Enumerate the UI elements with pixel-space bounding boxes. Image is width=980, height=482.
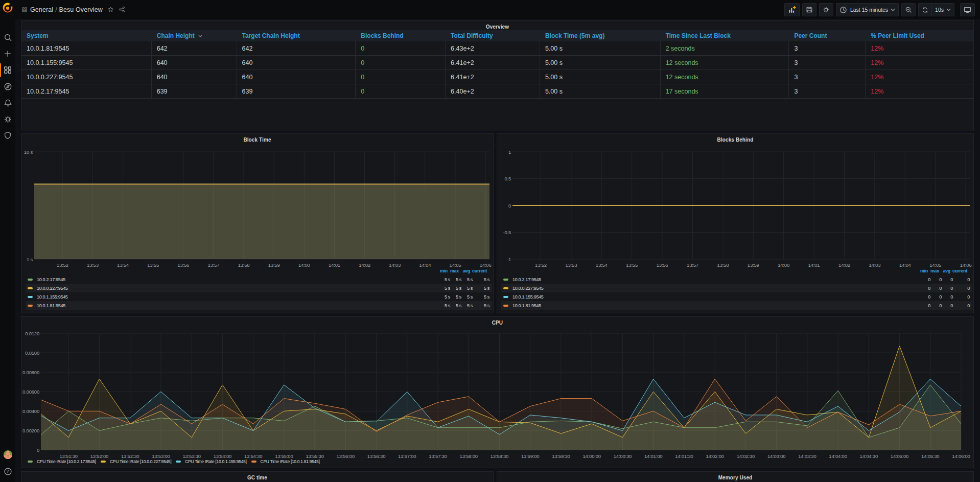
column-header[interactable]: Time Since Last Block [661, 30, 789, 41]
table-cell: 10.0.1.81:9545 [21, 41, 152, 55]
table-cell: 5.00 s [540, 84, 661, 98]
series-color-icon[interactable] [503, 305, 508, 307]
sidebar-item-create[interactable] [0, 46, 15, 61]
series-name[interactable]: 10.0.0.227:9545 [512, 286, 912, 291]
svg-text:13:53:30: 13:53:30 [182, 453, 200, 459]
series-color-icon[interactable] [503, 279, 508, 281]
series-color-icon[interactable] [28, 279, 33, 281]
table-cell: 3 [789, 84, 866, 98]
series-name[interactable]: 10.0.1.81:9545 [512, 303, 912, 308]
legend-item[interactable]: CPU Time IRate [10.0.2.17:9545] [28, 459, 96, 464]
legend-stat-header[interactable]: max [448, 268, 459, 273]
svg-text:14:03:00: 14:03:00 [767, 453, 785, 459]
legend-stat-header[interactable]: current [470, 268, 487, 273]
gear-icon [4, 115, 12, 124]
table-cell: 5.00 s [540, 56, 661, 70]
cycle-view-mode-button[interactable] [960, 3, 975, 16]
svg-text:0.5: 0.5 [504, 176, 511, 181]
sidebar-item-explore[interactable] [0, 79, 15, 94]
refresh-interval-button[interactable]: 10s [932, 3, 954, 16]
svg-text:14:05:30: 14:05:30 [921, 453, 939, 459]
column-header[interactable]: Target Chain Height [237, 30, 356, 41]
series-color-icon[interactable] [28, 305, 33, 307]
table-cell: 640 [237, 70, 356, 84]
sidebar-item-search[interactable] [0, 30, 15, 45]
svg-text:13:52:00: 13:52:00 [90, 453, 108, 459]
help-question-mark: ? [6, 469, 9, 474]
legend-stat-value: 0 [942, 277, 953, 282]
series-name[interactable]: 10.0.1.155:9545 [37, 294, 432, 300]
apps-icon [4, 66, 12, 74]
share-dashboard-button[interactable] [119, 6, 125, 13]
series-name[interactable]: 10.0.1.81:9545 [37, 303, 432, 308]
column-header[interactable]: % Peer Limit Used [866, 30, 973, 41]
chevron-down-icon [891, 8, 895, 11]
legend-stat-value: 5 s [450, 286, 461, 291]
sidebar-item-dashboards[interactable] [0, 62, 15, 78]
column-header[interactable]: System [21, 30, 152, 41]
breadcrumb-title[interactable]: Besu Overview [59, 6, 103, 13]
dashboard-settings-button[interactable] [819, 3, 833, 16]
legend-stat-header[interactable]: min [429, 268, 448, 273]
legend-stat-header[interactable]: max [928, 268, 939, 273]
cpu-legend: CPU Time IRate [10.0.2.17:9545]CPU Time … [28, 459, 324, 464]
series-color-icon[interactable] [503, 296, 508, 298]
grafana-logo-icon[interactable] [2, 2, 14, 14]
series-color-icon[interactable] [28, 287, 33, 289]
panel-block-time: Block Time 10 s1 s13:5213:5313:5413:5513… [21, 133, 494, 313]
column-header[interactable]: Blocks Behind [356, 30, 446, 41]
save-dashboard-button[interactable] [802, 3, 816, 16]
table-cell: 6.41e+2 [446, 56, 540, 70]
panel-title[interactable]: Memory Used [497, 472, 973, 482]
sidebar-item-alerting[interactable] [0, 95, 15, 110]
svg-text:13:59:00: 13:59:00 [521, 453, 539, 459]
breadcrumb-section[interactable]: General [30, 6, 53, 13]
series-name[interactable]: 10.0.0.227:9545 [37, 286, 432, 291]
star-dashboard-button[interactable] [107, 6, 114, 13]
series-color-icon [251, 461, 256, 463]
column-header[interactable]: Total Difficulty [446, 30, 540, 41]
series-color-icon [176, 461, 181, 463]
add-panel-button[interactable] [784, 3, 800, 16]
refresh-interval-label: 10s [935, 7, 944, 13]
table-cell: 640 [152, 70, 237, 84]
series-color-icon[interactable] [28, 296, 33, 298]
column-header[interactable]: Block Time (5m avg) [540, 30, 661, 41]
overview-table-body: 10.0.1.81:954564264206.43e+25.00 s2 seco… [21, 41, 973, 99]
column-header[interactable]: Peer Count [789, 30, 866, 41]
legend-item[interactable]: CPU Time IRate [10.0.1.81:9545] [251, 459, 320, 464]
sidebar-item-configuration[interactable] [0, 111, 15, 127]
panel-overview: Overview SystemChain HeightTarget Chain … [21, 20, 974, 130]
zoom-out-button[interactable] [901, 3, 916, 16]
table-cell: 10.0.1.155:9545 [21, 56, 152, 70]
svg-text:14:06:00: 14:06:00 [952, 453, 970, 459]
legend-stat-header[interactable]: avg [459, 268, 470, 273]
column-header[interactable]: Chain Height [152, 30, 237, 41]
sidebar-item-profile[interactable] [0, 447, 15, 462]
legend-header: minmaxavgcurrent [501, 266, 972, 275]
sidebar-item-server-admin[interactable] [0, 128, 15, 143]
table-cell: 12 seconds [661, 56, 789, 70]
table-row: 10.0.2.17:954563963906.40e+25.00 s17 sec… [21, 84, 973, 99]
refresh-button[interactable] [918, 3, 932, 16]
legend-row: 10.0.2.17:95450000 [501, 275, 972, 284]
legend-stat-header[interactable]: min [909, 268, 928, 273]
series-name[interactable]: 10.0.2.17:9545 [512, 277, 912, 282]
series-name[interactable]: 10.0.1.155:9545 [512, 294, 912, 300]
legend-row: 10.0.1.155:95450000 [501, 292, 972, 301]
legend-item[interactable]: CPU Time IRate [10.0.0.227:9545] [101, 459, 171, 464]
table-cell: 3 [789, 41, 866, 55]
svg-text:10 s: 10 s [24, 149, 33, 155]
time-picker-button[interactable]: Last 15 minutes [836, 3, 899, 16]
svg-text:13:52:30: 13:52:30 [121, 453, 139, 459]
series-color-icon[interactable] [503, 287, 508, 289]
panel-gc-time: GC time [21, 471, 494, 482]
panel-title[interactable]: GC time [21, 472, 493, 482]
series-name[interactable]: 10.0.2.17:9545 [37, 277, 432, 282]
sidebar-item-help[interactable]: ? [0, 464, 15, 479]
table-cell: 6.41e+2 [446, 70, 540, 84]
legend-stat-header[interactable]: current [950, 268, 967, 273]
legend-stat-header[interactable]: avg [939, 268, 950, 273]
legend-item[interactable]: CPU Time IRate [10.0.1.155:9545] [176, 459, 246, 464]
svg-text:0.0120: 0.0120 [25, 331, 39, 336]
